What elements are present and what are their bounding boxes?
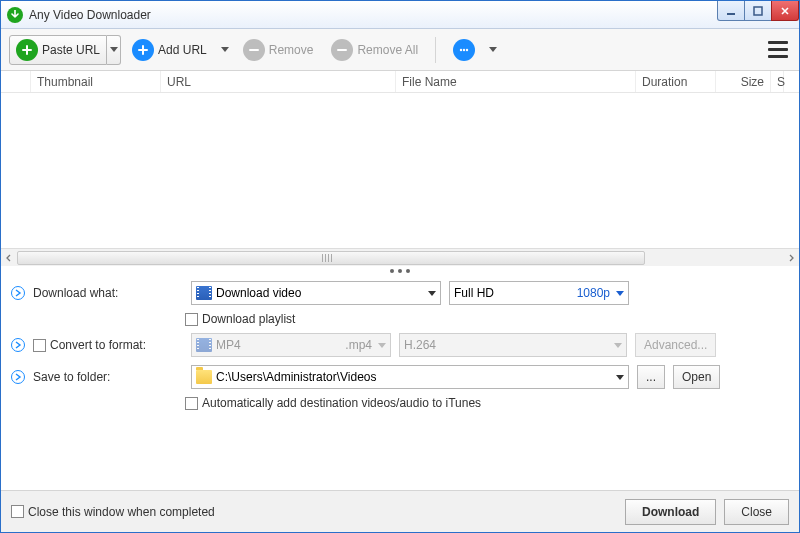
convert-label: Convert to format: [50,338,146,352]
list-header: Thumbnail URL File Name Duration Size S [1,71,799,93]
close-when-done-checkbox[interactable] [11,505,24,518]
remove-all-label: Remove All [357,43,418,57]
more-actions-dropdown[interactable] [486,35,500,65]
remove-button[interactable]: Remove [236,35,321,65]
plus-icon [16,39,38,61]
download-what-label: Download what: [33,286,118,300]
codec-value: H.264 [404,338,614,352]
download-list: Thumbnail URL File Name Duration Size S [1,71,799,266]
svg-rect-0 [727,13,735,15]
chevron-right-icon[interactable] [11,286,25,300]
panel-grip-icon[interactable] [1,266,799,276]
itunes-label: Automatically add destination videos/aud… [202,396,481,410]
download-playlist-checkbox[interactable] [185,313,198,326]
minus-icon [243,39,265,61]
advanced-button[interactable]: Advanced... [635,333,716,357]
film-icon [196,286,212,300]
folder-icon [196,370,212,384]
film-icon [196,338,212,352]
save-label: Save to folder: [33,370,110,384]
menu-button[interactable] [765,37,791,63]
col-duration[interactable]: Duration [636,71,716,92]
download-what-row: Download what: Download video Full HD 10… [11,280,789,306]
save-path-combo[interactable]: C:\Users\Administrator\Videos [191,365,629,389]
scroll-right-icon[interactable] [783,250,799,266]
app-icon [7,7,23,23]
svg-point-3 [463,48,465,50]
svg-rect-1 [754,7,762,15]
col-filename[interactable]: File Name [396,71,636,92]
format-ext: .mp4 [345,338,372,352]
chevron-right-icon[interactable] [11,338,25,352]
dots-icon [453,39,475,61]
itunes-row: Automatically add destination videos/aud… [185,396,789,410]
codec-combo[interactable]: H.264 [399,333,627,357]
itunes-checkbox[interactable] [185,397,198,410]
remove-label: Remove [269,43,314,57]
paste-url-dropdown[interactable] [107,35,121,65]
toolbar: Paste URL Add URL Remove Remove All [1,29,799,71]
convert-checkbox[interactable] [33,339,46,352]
minimize-button[interactable] [717,1,745,21]
download-playlist-label: Download playlist [202,312,295,326]
list-body [1,93,799,248]
save-row: Save to folder: C:\Users\Administrator\V… [11,364,789,390]
download-button[interactable]: Download [625,499,716,525]
quality-value: 1080p [577,286,610,300]
download-what-combo[interactable]: Download video [191,281,441,305]
format-value: MP4 [216,338,345,352]
svg-point-4 [466,48,468,50]
svg-point-2 [460,48,462,50]
close-when-done-label: Close this window when completed [28,505,215,519]
minus-icon [331,39,353,61]
save-path-value: C:\Users\Administrator\Videos [216,370,616,384]
add-url-dropdown[interactable] [218,35,232,65]
close-button[interactable] [771,1,799,21]
format-combo[interactable]: MP4 .mp4 [191,333,391,357]
maximize-button[interactable] [744,1,772,21]
scroll-thumb[interactable] [17,251,645,265]
open-folder-button[interactable]: Open [673,365,720,389]
more-actions-button[interactable] [446,35,482,65]
col-size[interactable]: Size [716,71,771,92]
horizontal-scrollbar[interactable] [1,248,799,266]
download-what-value: Download video [216,286,428,300]
chevron-right-icon[interactable] [11,370,25,384]
col-thumbnail[interactable]: Thumbnail [31,71,161,92]
remove-all-button[interactable]: Remove All [324,35,425,65]
titlebar: Any Video Downloader [1,1,799,29]
window-buttons [718,1,799,21]
col-s[interactable]: S [771,71,784,92]
quality-label: Full HD [454,286,577,300]
paste-url-button[interactable]: Paste URL [9,35,107,65]
window-title: Any Video Downloader [29,8,151,22]
browse-button[interactable]: ... [637,365,665,389]
options-panel: Download what: Download video Full HD 10… [1,276,799,416]
quality-combo[interactable]: Full HD 1080p [449,281,629,305]
paste-url-label: Paste URL [42,43,100,57]
scroll-left-icon[interactable] [1,250,17,266]
col-url[interactable]: URL [161,71,396,92]
toolbar-separator [435,37,436,63]
add-url-label: Add URL [158,43,207,57]
plus-icon [132,39,154,61]
close-dialog-button[interactable]: Close [724,499,789,525]
download-playlist-row: Download playlist [185,312,789,326]
footer: Close this window when completed Downloa… [1,490,799,532]
add-url-button[interactable]: Add URL [125,35,214,65]
convert-row: Convert to format: MP4 .mp4 H.264 Advanc… [11,332,789,358]
